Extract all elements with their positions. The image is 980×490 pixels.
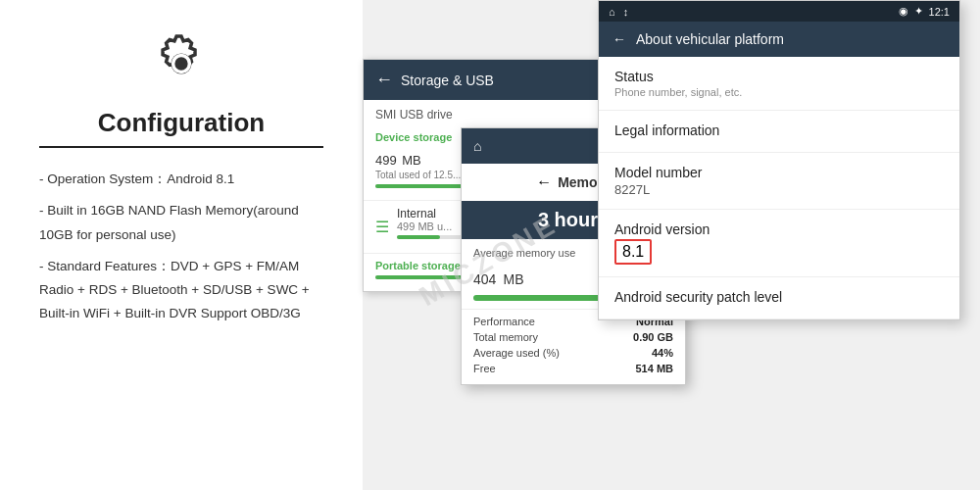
item-status-sub: Phone number, signal, etc. <box>614 86 944 98</box>
left-panel: Configuration - Operation System：Android… <box>0 0 363 490</box>
clock-display: 12:1 <box>929 6 950 18</box>
screen1-back-arrow[interactable]: ← <box>375 70 393 90</box>
about-item-security[interactable]: Android security patch level <box>599 277 959 319</box>
item-model-value: 8227L <box>614 182 944 197</box>
about-item-status[interactable]: Status Phone number, signal, etc. <box>599 57 959 111</box>
screen3-back-arrow[interactable]: ← <box>612 31 626 47</box>
item-model-title: Model number <box>614 165 944 180</box>
gear-icon-wrap <box>39 29 323 98</box>
usb-status-icon: ↕ <box>623 6 629 18</box>
specs-list: - Operation System：Android 8.1 - Built i… <box>39 168 323 334</box>
screen1-header: ← Storage & USB <box>364 60 636 100</box>
bluetooth-icon: ✦ <box>914 5 923 18</box>
screen3-header: ← About vehicular platform <box>599 22 959 57</box>
stat-free: Free 514 MB <box>473 361 673 376</box>
item-security-title: Android security patch level <box>614 289 782 305</box>
statusbar: ⌂ ↕ ◉ ✦ 12:1 <box>599 1 959 22</box>
gear-icon <box>147 29 216 98</box>
screen2-home-icon: ⌂ <box>473 138 481 154</box>
about-item-legal[interactable]: Legal information <box>599 111 959 153</box>
screen3-title: About vehicular platform <box>636 31 784 47</box>
item-android-title: Android version <box>614 221 944 237</box>
internal-icon: ☰ <box>375 218 389 236</box>
drive-label: SMI USB drive <box>364 100 636 125</box>
spec-item-1: - Operation System：Android 8.1 <box>39 168 323 191</box>
page-title: Configuration <box>39 108 323 148</box>
android-version-box: 8.1 <box>614 239 652 265</box>
item-legal-title: Legal information <box>614 122 944 138</box>
screen3-body: Status Phone number, signal, etc. Legal … <box>599 57 959 319</box>
android-version-value: 8.1 <box>622 243 644 260</box>
stat-total-memory: Total memory 0.90 GB <box>473 329 673 345</box>
statusbar-left: ⌂ ↕ <box>609 6 628 18</box>
spec-item-3: - Standard Features：DVD + GPS + FM/AM Ra… <box>39 255 323 326</box>
screen2-back-arrow[interactable]: ← <box>536 173 552 191</box>
screen-about: ⌂ ↕ ◉ ✦ 12:1 ← About vehicular platform … <box>598 0 960 320</box>
location-icon: ◉ <box>899 5 908 18</box>
spec-item-2: - Built in 16GB NAND Flash Memory(around… <box>39 199 323 247</box>
screen1-title: Storage & USB <box>401 73 494 88</box>
item-status-title: Status <box>614 69 944 84</box>
stat-avg-used: Average used (%) 44% <box>473 345 673 361</box>
about-item-android-version[interactable]: Android version 8.1 <box>599 210 959 277</box>
right-panel: MICZONE ← Storage & USB SMI USB drive De… <box>363 0 980 490</box>
about-item-model[interactable]: Model number 8227L <box>599 153 959 210</box>
statusbar-right: ◉ ✦ 12:1 <box>899 5 950 18</box>
home-status-icon: ⌂ <box>609 6 615 18</box>
